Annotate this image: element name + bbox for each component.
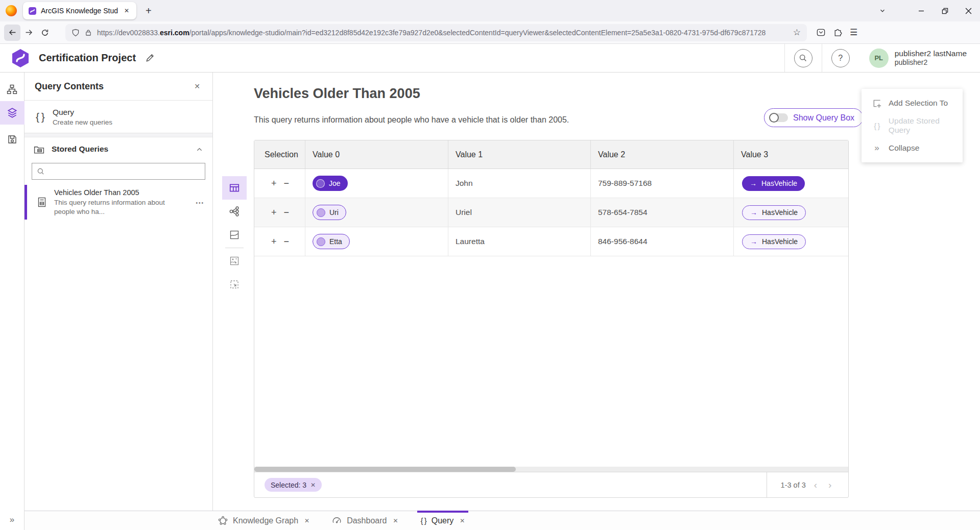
- table-row[interactable]: + − Etta Lauretta 846-956-8644 →HasVehic…: [254, 227, 848, 256]
- tab-knowledge-graph[interactable]: Knowledge Graph ✕: [214, 511, 313, 530]
- avatar[interactable]: PL: [869, 49, 889, 68]
- stored-query-item[interactable]: Vehicles Older Than 2005 This query retu…: [25, 184, 212, 221]
- bookmark-star-icon[interactable]: ☆: [793, 27, 801, 38]
- browser-tab-bar: ArcGIS Knowledge Studio ✕ +: [0, 0, 980, 21]
- chevron-up-icon[interactable]: [196, 146, 203, 153]
- link-chart-view-button[interactable]: [222, 200, 247, 223]
- add-to-selection-button[interactable]: +: [271, 237, 277, 246]
- tab-query-active[interactable]: { } Query ✕: [417, 511, 469, 530]
- tab-close-icon[interactable]: ✕: [393, 517, 398, 524]
- window-minimize-button[interactable]: [910, 0, 933, 21]
- extensions-puzzle-icon[interactable]: [833, 28, 843, 37]
- pocket-icon[interactable]: [816, 28, 826, 37]
- stored-query-desc-line1: This query returns information about: [54, 198, 165, 207]
- arrow-right-icon: →: [750, 179, 757, 187]
- header-divider: [822, 44, 822, 72]
- reload-button[interactable]: [37, 25, 53, 41]
- relationship-pill[interactable]: →HasVehicle: [742, 234, 806, 249]
- column-header-value3[interactable]: Value 3: [734, 140, 848, 168]
- stored-queries-search-input[interactable]: [48, 163, 205, 179]
- table-view-button[interactable]: [222, 176, 247, 200]
- relationship-pill-selected[interactable]: →HasVehicle: [742, 176, 805, 191]
- tab-close-icon[interactable]: ✕: [122, 6, 131, 15]
- app-header: Certification Project ? PL publisher2 la…: [0, 44, 980, 73]
- lock-icon[interactable]: [85, 29, 92, 36]
- map-overview-button[interactable]: [222, 249, 247, 273]
- show-query-box-toggle[interactable]: Show Query Box: [764, 108, 863, 127]
- tab-close-icon[interactable]: ✕: [304, 517, 309, 524]
- cell-name: Uriel: [448, 198, 591, 227]
- row-range-label: 1-3 of 3: [781, 481, 806, 489]
- user-name-block[interactable]: publisher2 lastName publisher2: [895, 49, 967, 67]
- layers-icon: [7, 107, 18, 118]
- edit-pencil-icon[interactable]: [145, 53, 155, 63]
- layers-button-selected[interactable]: [0, 101, 25, 125]
- back-button[interactable]: [4, 25, 20, 41]
- url-field[interactable]: https://dev0028833.esri.com/portal/apps/…: [65, 24, 807, 41]
- item-options-ellipsis[interactable]: •••: [196, 200, 204, 206]
- window-close-button[interactable]: [957, 0, 980, 21]
- expand-rail-icon[interactable]: »: [10, 515, 14, 525]
- toggle-knob[interactable]: [769, 113, 779, 123]
- window-restore-button[interactable]: [933, 0, 957, 21]
- map-view-button[interactable]: [222, 223, 247, 247]
- stored-queries-search[interactable]: [32, 163, 205, 180]
- table-row[interactable]: + − Uri Uriel 578-654-7854 →HasVehicle: [254, 198, 848, 227]
- clear-selection-icon[interactable]: ✕: [310, 481, 316, 489]
- previous-page-button[interactable]: ‹: [811, 479, 820, 491]
- select-area-button[interactable]: [222, 273, 247, 296]
- menu-item-collapse[interactable]: » Collapse: [862, 137, 963, 159]
- arcgis-knowledge-logo: [11, 49, 30, 68]
- cell-phone: 578-654-7854: [591, 198, 734, 227]
- add-to-selection-button[interactable]: +: [271, 208, 277, 217]
- arrow-right-icon: →: [750, 237, 757, 246]
- cell-phone: 759-889-57168: [591, 169, 734, 198]
- page-description: This query returns information about peo…: [254, 115, 569, 125]
- table-row[interactable]: + − Joe John 759-889-57168 →HasVehicle: [254, 169, 848, 198]
- query-item[interactable]: { } Query Create new queries: [25, 101, 212, 133]
- horizontal-scrollbar[interactable]: [254, 467, 848, 472]
- braces-icon: { }: [36, 111, 44, 123]
- menu-item-add-selection-to[interactable]: Add Selection To: [862, 92, 963, 114]
- folder-icon: [34, 144, 44, 155]
- add-to-selection-button[interactable]: +: [271, 179, 277, 188]
- scrollbar-thumb[interactable]: [254, 467, 516, 472]
- remove-from-selection-button[interactable]: −: [284, 179, 290, 188]
- browser-tab[interactable]: ArcGIS Knowledge Studio ✕: [23, 2, 136, 19]
- table-footer: Selected: 3 ✕ 1-3 of 3 ‹ ›: [254, 472, 848, 497]
- cell-name: John: [448, 169, 591, 198]
- stored-queries-header[interactable]: Stored Queries: [25, 137, 212, 161]
- view-tool-column: [222, 176, 247, 296]
- selected-count-chip[interactable]: Selected: 3 ✕: [265, 478, 322, 492]
- entity-pill-selected[interactable]: Joe: [313, 176, 348, 191]
- column-header-value2[interactable]: Value 2: [591, 140, 734, 168]
- tracking-shield-icon[interactable]: [71, 29, 80, 37]
- menu-hamburger-icon[interactable]: ☰: [850, 27, 857, 38]
- selection-context-menu: Add Selection To { } Update Stored Query…: [862, 89, 963, 162]
- column-header-value1[interactable]: Value 1: [448, 140, 591, 168]
- entity-pill[interactable]: Etta: [313, 234, 350, 249]
- arcgis-favicon: [28, 7, 37, 15]
- tab-close-icon[interactable]: ✕: [460, 517, 465, 524]
- list-tabs-chevron-icon[interactable]: [871, 0, 894, 21]
- column-header-value0[interactable]: Value 0: [305, 140, 448, 168]
- toggle-track[interactable]: [770, 113, 788, 122]
- menu-item-update-stored-query[interactable]: { } Update Stored Query: [862, 114, 963, 137]
- firefox-icon[interactable]: [6, 5, 17, 16]
- tab-dashboard[interactable]: Dashboard ✕: [328, 511, 401, 530]
- user-username: publisher2: [895, 58, 967, 67]
- project-title: Certification Project: [39, 52, 136, 64]
- remove-from-selection-button[interactable]: −: [284, 208, 290, 217]
- new-tab-button[interactable]: +: [146, 5, 152, 17]
- save-button[interactable]: [0, 128, 25, 151]
- remove-from-selection-button[interactable]: −: [284, 237, 290, 246]
- panel-close-icon[interactable]: ✕: [192, 80, 202, 92]
- next-page-button[interactable]: ›: [825, 479, 834, 491]
- relationship-pill[interactable]: →HasVehicle: [742, 205, 806, 220]
- entity-pill[interactable]: Uri: [313, 205, 346, 220]
- forward-button[interactable]: [20, 25, 37, 41]
- column-header-selection[interactable]: Selection: [254, 140, 305, 168]
- data-model-button[interactable]: [0, 78, 25, 101]
- help-button[interactable]: ?: [831, 49, 850, 67]
- search-button[interactable]: [794, 49, 812, 67]
